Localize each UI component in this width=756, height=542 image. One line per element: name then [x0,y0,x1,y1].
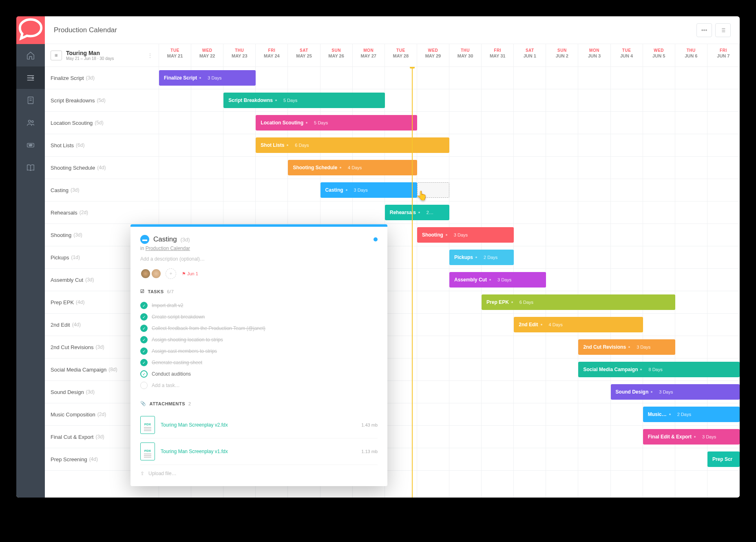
gantt-bar[interactable]: Finalize Script3 Days [159,70,256,86]
gantt-row: Shooting Schedule4 Days [159,157,740,179]
date-column: THUMAY 23 [223,44,256,66]
date-columns: TUEMAY 21WEDMAY 22THUMAY 23FRIMAY 24SATM… [159,44,740,66]
tasks-section-header: ☑ TASKS 6/7 [140,289,378,294]
list-view-button[interactable] [715,23,731,37]
avatar[interactable] [140,268,151,279]
gantt-bar[interactable]: Shooting3 Days [417,227,514,243]
attachments-section-header: 📎 ATTACHMENTS 2 [140,401,378,406]
gantt-bar[interactable]: Location Scouting5 Days [256,115,417,131]
header: Production Calendar ••• [45,16,740,44]
project-name: Touring Man [66,50,114,56]
today-indicator [412,67,413,498]
gantt-bar[interactable]: Prep Scr [707,451,740,467]
detail-title: Casting (3d) [153,235,190,243]
date-column: FRIJUN 7 [707,44,740,66]
date-column: THUJUN 6 [675,44,707,66]
gantt-bar[interactable]: 2nd Edit4 Days [514,317,643,332]
task-row[interactable]: Casting(3d) [45,179,159,201]
calendar-link[interactable]: Production Calendar [146,246,190,251]
sidebar: VIP [16,16,45,498]
attachment-item[interactable]: FDXTouring Man Screenplay v1.fdx1.13 mb [140,438,378,465]
date-column: SATJUN 1 [514,44,546,66]
cursor-hand-icon: 👆 [416,190,427,201]
svg-point-2 [29,120,31,122]
checklist-item[interactable]: ✓Import draft v2 [140,300,378,311]
date-column: SUNJUN 2 [546,44,578,66]
task-row[interactable]: Location Scouting(5d) [45,112,159,134]
date-column: FRIMAY 24 [256,44,288,66]
gantt-row: Casting3 Days👆 [159,179,740,201]
attachment-item[interactable]: FDXTouring Man Screenplay v2.fdx1.43 mb [140,412,378,438]
svg-point-0 [32,77,34,79]
date-column: WEDMAY 29 [417,44,449,66]
date-column: SATMAY 25 [288,44,320,66]
gantt-bar[interactable]: Social Media Campaign8 Days [578,362,740,377]
task-row[interactable]: Shooting Schedule(4d) [45,157,159,179]
nav-timeline-icon[interactable] [16,66,45,89]
checklist-item[interactable]: ✓Assign cast members to strips [140,345,378,357]
gantt-bar[interactable]: Shooting Schedule4 Days [288,160,417,175]
app-logo-icon[interactable] [16,16,45,44]
add-assignee-button[interactable]: + [166,268,176,279]
checklist: ✓Import draft v2✓Create script breakdown… [140,300,378,391]
checklist-item[interactable]: ✓Create script breakdown [140,311,378,323]
checklist-item[interactable]: ✓Assign shooting location to strips [140,334,378,345]
checkbox-icon: ☑ [140,289,145,294]
gantt-bar[interactable]: Script Breakdowns5 Days [223,93,385,108]
date-column: MONJUN 3 [578,44,610,66]
task-type-icon: ▬ [140,235,149,244]
calendar-icon: ▦ [51,51,62,60]
gantt-bar[interactable]: Rehearsals2… [385,205,449,220]
gantt-bar[interactable]: Music…2 Days [643,407,740,422]
more-button[interactable]: ••• [696,23,712,37]
gantt-bar[interactable]: Final Edit & Export3 Days [643,429,740,445]
date-column: WEDMAY 22 [191,44,223,66]
paperclip-icon: 📎 [140,401,146,406]
project-column-header: ▦ Touring Man May 21 – Jun 18 · 30 days … [45,44,159,66]
gantt-bar[interactable]: 2nd Cut Revisions3 Days [578,339,675,355]
status-indicator[interactable] [374,237,378,241]
project-menu-icon[interactable]: ⋮ [147,52,153,59]
task-row[interactable]: Shot Lists(6d) [45,134,159,157]
checklist-item[interactable]: ✓Conduct auditions [140,368,378,380]
gantt-row: Rehearsals2… [159,201,740,224]
nav-team-icon[interactable] [16,111,45,134]
add-task-input[interactable]: Add a task… [140,380,378,391]
timeline-header: ▦ Touring Man May 21 – Jun 18 · 30 days … [45,44,740,67]
svg-point-3 [31,120,33,122]
gantt-row: Finalize Script3 Days [159,67,740,89]
file-icon: FDX [140,442,155,460]
task-row[interactable]: Rehearsals(2d) [45,201,159,224]
gantt-bar[interactable]: Shot Lists6 Days [256,137,449,153]
gantt-bar[interactable]: Prep EPK6 Days [482,294,675,310]
avatar[interactable] [151,268,161,279]
date-column: TUEJUN 4 [611,44,643,66]
nav-document-icon[interactable] [16,89,45,111]
gantt-row: Script Breakdowns5 Days [159,89,740,112]
nav-vip-icon[interactable]: VIP [16,134,45,156]
nav-home-icon[interactable] [16,44,45,66]
svg-text:VIP: VIP [29,144,33,146]
upload-file-button[interactable]: ⇪ Upload file… [140,465,378,478]
project-dates: May 21 – Jun 18 · 30 days [66,56,114,61]
nav-book-icon[interactable] [16,156,45,179]
date-column: FRIMAY 31 [482,44,514,66]
task-row[interactable]: Script Breakdowns(5d) [45,89,159,112]
date-column: TUEMAY 21 [159,44,191,66]
date-column: WEDJUN 5 [643,44,675,66]
gantt-bar[interactable]: Pickups2 Days [449,250,514,265]
checklist-item[interactable]: ✓Collect feedback from the Production Te… [140,323,378,334]
date-column: THUMAY 30 [449,44,482,66]
checklist-item[interactable]: ✓Generate casting sheet [140,357,378,368]
task-row[interactable]: Finalize Script(3d) [45,67,159,89]
gantt-bar[interactable]: Sound Design3 Days [611,384,740,400]
gantt-row: Location Scouting5 Days [159,112,740,134]
attachments-list: FDXTouring Man Screenplay v2.fdx1.43 mbF… [140,412,378,465]
due-date-flag[interactable]: ⚑ Jun 1 [182,271,198,277]
gantt-bar[interactable]: Assembly Cut3 Days [449,272,546,288]
description-input[interactable]: Add a description (optional)… [140,256,378,262]
date-column: TUEMAY 28 [385,44,417,66]
app-window: VIP Production Calendar ••• ▦ Touring Ma… [16,16,740,498]
gantt-bar[interactable]: Casting3 Days [321,182,417,198]
date-column: SUNMAY 26 [321,44,353,66]
